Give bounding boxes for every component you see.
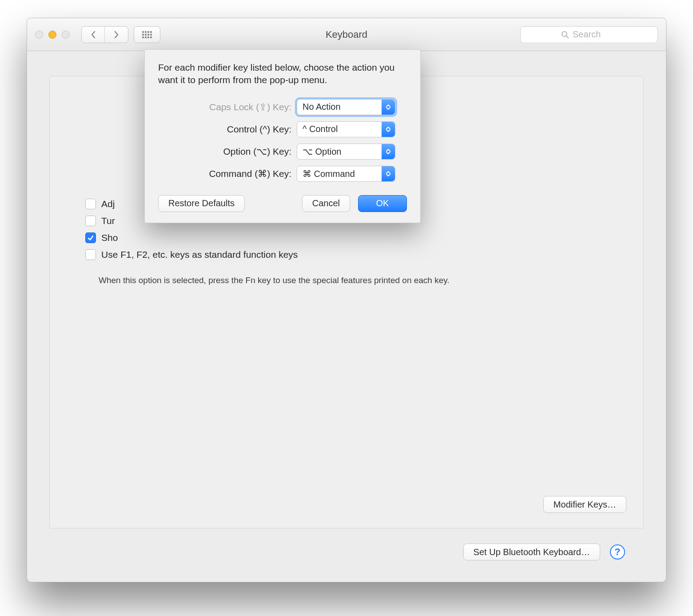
modifier-label: Option (⌥) Key: [158,146,297,157]
modifier-row: Caps Lock (⇪) Key:No Action [158,99,407,115]
svg-rect-3 [150,31,152,33]
restore-defaults-button[interactable]: Restore Defaults [158,195,245,212]
sheet-button-row: Restore Defaults Cancel OK [158,195,407,212]
checkbox-show[interactable]: Sho [85,232,298,243]
search-input[interactable] [573,29,617,40]
svg-rect-11 [150,36,152,38]
ok-button[interactable]: OK [358,195,407,212]
updown-arrows-icon [382,122,395,137]
svg-rect-7 [150,34,152,36]
svg-rect-8 [142,36,144,38]
select-value: ^ Control [303,124,338,134]
checkbox-icon [85,249,96,260]
sheet-description: For each modifier key listed below, choo… [158,61,407,87]
svg-line-13 [566,36,569,38]
modifier-keys-button[interactable]: Modifier Keys… [543,496,626,513]
zoom-button[interactable] [62,31,70,39]
setup-bluetooth-button[interactable]: Set Up Bluetooth Keyboard… [463,544,600,560]
checkbox-icon [85,232,96,243]
svg-rect-5 [145,34,147,36]
svg-rect-9 [145,36,147,38]
close-button[interactable] [35,31,43,39]
svg-rect-2 [147,31,149,33]
select-value: ⌘ Command [303,168,355,179]
show-all-button[interactable] [134,26,160,43]
checkbox-label: Tur [101,216,115,226]
titlebar: Keyboard [27,18,666,51]
svg-rect-0 [142,31,144,33]
checkbox-icon [85,199,96,209]
fkeys-hint: When this option is selected, press the … [99,276,450,285]
modifier-select[interactable]: ^ Control [297,121,395,137]
checkbox-icon [85,216,96,226]
back-button[interactable] [82,27,105,43]
modifier-select[interactable]: ⌥ Option [297,144,395,160]
cancel-button[interactable]: Cancel [302,195,350,212]
checkbox-label: Sho [101,232,118,243]
modifier-select[interactable]: No Action [297,99,395,115]
svg-point-12 [562,32,567,36]
modifier-row: Control (^) Key:^ Control [158,121,407,137]
search-icon [561,31,569,39]
checkbox-label: Adj [101,199,115,209]
traffic-lights [35,31,70,39]
chevron-right-icon [113,31,119,39]
svg-rect-4 [142,34,144,36]
modifier-keys-sheet: For each modifier key listed below, choo… [144,49,421,223]
nav-segment [81,26,128,43]
updown-arrows-icon [382,100,395,115]
modifier-label: Caps Lock (⇪) Key: [158,102,297,112]
select-value: ⌥ Option [303,146,341,157]
updown-arrows-icon [382,166,395,181]
updown-arrows-icon [382,144,395,159]
search-field[interactable] [520,26,658,43]
modifier-row: Option (⌥) Key:⌥ Option [158,144,407,160]
system-preferences-window: Keyboard Adj Tur Sho U [27,18,666,582]
forward-button[interactable] [105,27,128,43]
footer-row: Set Up Bluetooth Keyboard… ? [463,544,625,560]
question-mark-icon: ? [614,546,620,558]
svg-rect-6 [147,34,149,36]
grid-icon [142,31,152,38]
svg-rect-1 [145,31,147,33]
modifier-label: Command (⌘) Key: [158,168,297,179]
checkbox-fkeys[interactable]: Use F1, F2, etc. keys as standard functi… [85,249,298,260]
select-value: No Action [303,102,341,112]
chevron-left-icon [90,31,96,39]
checkbox-label: Use F1, F2, etc. keys as standard functi… [101,249,298,260]
modifier-row: Command (⌘) Key:⌘ Command [158,166,407,182]
minimize-button[interactable] [48,31,56,39]
svg-rect-10 [147,36,149,38]
modifier-select[interactable]: ⌘ Command [297,166,395,182]
help-button[interactable]: ? [610,544,625,560]
modifier-keys-row: Modifier Keys… [543,496,626,513]
modifier-label: Control (^) Key: [158,124,297,135]
